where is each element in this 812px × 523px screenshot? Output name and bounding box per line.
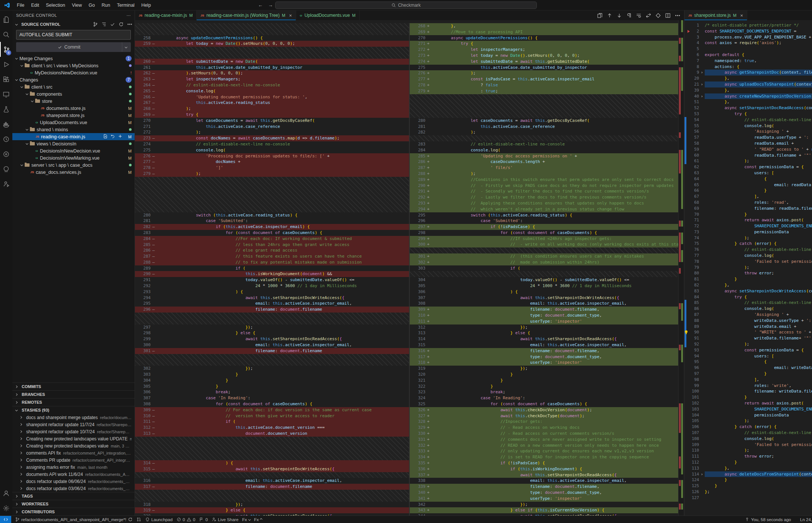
tree-item[interactable]: views \ DecisionsIn — [12, 140, 135, 147]
section-contributors[interactable]: CONTRIBUTORS — [12, 508, 135, 516]
tree-item[interactable]: store — [12, 98, 135, 105]
split-editor-icon[interactable] — [665, 13, 671, 18]
menu-file[interactable]: File — [13, 3, 28, 8]
activity-source-control-icon[interactable]: 8 — [0, 42, 12, 57]
activity-gitkraken-icon[interactable] — [0, 161, 12, 176]
menu-terminal[interactable]: Terminal — [114, 3, 138, 8]
more-actions-icon[interactable] — [675, 13, 680, 18]
fold-chevron-icon[interactable]: › — [699, 93, 705, 99]
activity-explorer-icon[interactable] — [0, 12, 12, 27]
tab-reading-case-mixin-js[interactable]: JS reading-case-mixin.js M — [135, 10, 197, 20]
sidebar-more-actions-icon[interactable]: ⋯ — [127, 13, 131, 18]
fold-chevron-icon[interactable]: › — [699, 70, 705, 76]
ports-status-item[interactable]: 0 — [199, 517, 207, 522]
activity-gitlens-inspect-icon[interactable] — [0, 147, 12, 161]
tree-item[interactable]: ‹›DecisionsInNewDecision.vueM — [12, 147, 135, 154]
tree-item[interactable]: server \ src \ app \ case_docs — [12, 161, 135, 169]
close-icon[interactable]: × — [740, 13, 743, 18]
stash-item[interactable]: Creating new protected landscapes valuem… — [12, 442, 135, 449]
diff-overview-ruler[interactable] — [678, 20, 683, 516]
tree-item[interactable]: client \ src — [12, 83, 135, 90]
commit-dropdown-button[interactable] — [122, 42, 131, 52]
open-changes-icon[interactable] — [597, 13, 603, 18]
menu-edit[interactable]: Edit — [28, 3, 43, 8]
stash-item[interactable]: assigning marks error fixmain, last mont… — [12, 464, 135, 471]
stash-item[interactable]: docs refactor update 03/06/24refactor/do… — [12, 485, 135, 492]
activity-search-icon[interactable] — [0, 27, 12, 42]
cursor-position-status-item[interactable]: Ln 24, — [800, 517, 812, 522]
fx-up-status-item[interactable]: Fx — [254, 517, 262, 522]
stash-item[interactable]: Comments PR updaterefactor/comment_API_i… — [12, 456, 135, 464]
remote-indicator[interactable] — [0, 516, 11, 523]
tree-item[interactable]: ‹›DecisionsInViewMarking.vueM — [12, 154, 135, 161]
swap-sides-icon[interactable] — [646, 13, 651, 18]
menu-help[interactable]: Help — [138, 3, 154, 8]
stash-item[interactable]: docs refactor update 06/06/24refactor/do… — [12, 478, 135, 485]
activity-run-debug-icon[interactable] — [0, 57, 12, 72]
tree-item[interactable]: JSsharepoint.store.jsM — [12, 112, 135, 119]
scm-section-chevron-icon[interactable] — [15, 23, 18, 25]
diff-modified-pane[interactable]: 268+ },269+ //Move to case processing AP… — [410, 23, 678, 516]
check-icon[interactable] — [110, 22, 115, 27]
activity-remote-explorer-icon[interactable] — [0, 87, 12, 102]
code-editor[interactable]: 1/* eslint-disable prettier/prettier */2… — [685, 22, 812, 516]
activity-docker-icon[interactable] — [0, 117, 12, 132]
tree-item[interactable]: ‹›UploadDocuments.vueM — [12, 119, 135, 126]
repo-icon[interactable] — [93, 22, 98, 27]
activity-settings-icon[interactable] — [0, 501, 12, 516]
activity-extensions-icon[interactable] — [0, 72, 12, 87]
section-remotes[interactable]: REMOTES — [12, 398, 135, 406]
open-file-icon[interactable] — [103, 134, 108, 140]
commit-button[interactable]: Commit — [16, 42, 131, 52]
section-commits[interactable]: COMMITS — [12, 382, 135, 390]
stash-item[interactable]: Creating new protected landscapes value … — [12, 435, 135, 442]
stash-item[interactable]: docs and sharepoint merge updatesrefacto… — [12, 414, 135, 421]
blame-status-item[interactable]: You, 58 seconds ago — [745, 517, 791, 522]
tree-item[interactable]: Merge Changes1 — [12, 55, 135, 62]
activity-account-icon[interactable] — [0, 486, 12, 501]
stage-changes-icon[interactable] — [118, 134, 123, 140]
discard-changes-icon[interactable] — [110, 134, 115, 140]
branch-status-item[interactable]: refactor/documents_API_and_sharepoint_AP… — [15, 517, 133, 522]
fold-chevron-icon[interactable]: › — [699, 81, 705, 87]
tree-item[interactable]: ‹›MyDecisionsNewDecision.vue! — [12, 69, 135, 76]
refresh-icon[interactable] — [119, 22, 124, 27]
section-tags[interactable]: TAGS — [12, 492, 135, 500]
menu-selection[interactable]: Selection — [43, 3, 68, 8]
close-icon[interactable]: × — [289, 13, 292, 18]
fold-chevron-icon[interactable]: › — [699, 471, 705, 477]
command-center[interactable]: Checkmark — [275, 1, 537, 9]
fx-down-status-item[interactable]: Fx — [242, 517, 250, 522]
tab-reading-case-mixin-js-working-tree-[interactable]: JS reading-case-mixin.js (Working Tree) … — [197, 10, 296, 20]
nav-back-icon[interactable]: ← — [258, 2, 263, 8]
activity-gitlens-icon[interactable] — [0, 132, 12, 147]
tab-uploaddocuments-vue[interactable]: ‹› UploadDocuments.vue M — [296, 10, 360, 20]
section-branches[interactable]: BRANCHES — [12, 390, 135, 398]
tree-item[interactable]: JSdocuments.store.jsM — [12, 105, 135, 112]
menu-view[interactable]: View — [68, 3, 85, 8]
menu-go[interactable]: Go — [85, 3, 98, 8]
tree-item[interactable]: JScase_docs.services.jsM — [12, 169, 135, 176]
more-icon[interactable] — [127, 22, 132, 27]
list-tree-icon[interactable] — [101, 22, 107, 27]
stash-item[interactable]: sharepoint refactor update 10/7/24refact… — [12, 428, 135, 435]
commit-message-input[interactable] — [16, 30, 131, 40]
tree-item[interactable]: Changes7 — [12, 76, 135, 83]
inline-view-icon[interactable] — [655, 13, 661, 18]
activity-testing-icon[interactable] — [0, 102, 12, 117]
tree-item[interactable]: components — [12, 90, 135, 98]
tab-sharepoint-store-js[interactable]: JS sharepoint.store.js M × — [685, 10, 747, 20]
stash-item[interactable]: sharepoint refactor update 11/7/24refact… — [12, 421, 135, 428]
live-share-status-item[interactable]: Live Share — [212, 517, 239, 522]
next-change-icon[interactable] — [616, 13, 622, 18]
section-stashes[interactable]: STASHES (93) — [12, 406, 135, 414]
pull-request-status-item[interactable] — [136, 517, 141, 522]
diff-original-pane[interactable]: 258 async updateDocumentPermissions() {2… — [135, 23, 409, 516]
stash-item[interactable]: comments API fixrefactor/comment_API_int… — [12, 449, 135, 456]
lightbulb-icon[interactable] — [685, 330, 688, 335]
tree-item[interactable]: shared \ mixins — [12, 126, 135, 133]
word-wrap-icon[interactable] — [636, 13, 642, 18]
tree-item[interactable]: client \ src \ views \ MyDecisions — [12, 62, 135, 69]
section-worktrees[interactable]: WORKTREES — [12, 500, 135, 508]
toggle-whitespace-icon[interactable] — [626, 13, 632, 18]
